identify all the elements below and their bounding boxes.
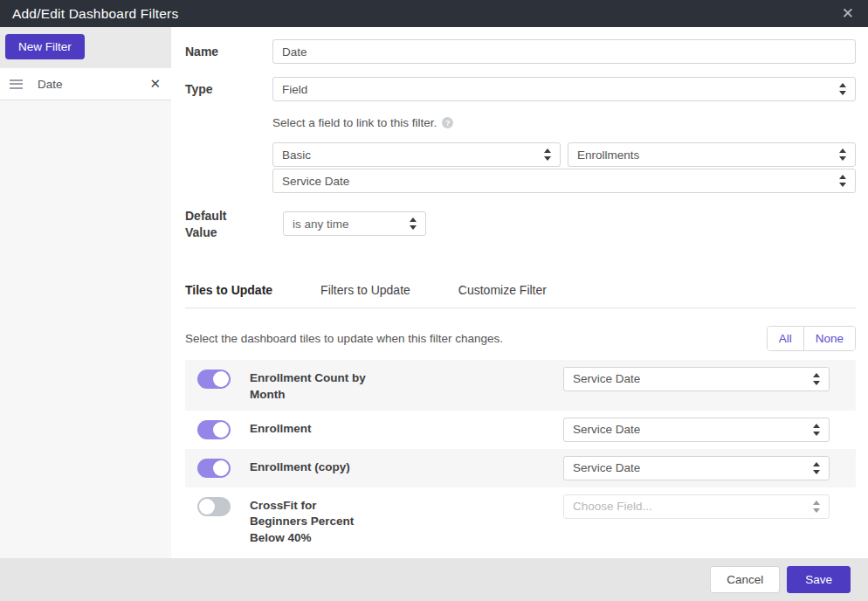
modal-header: Add/Edit Dashboard Filters ✕ (0, 0, 868, 27)
tiles-header: Select the dashboard tiles to update whe… (185, 326, 856, 351)
tile-row-enrollment: Enrollment Service Date (185, 411, 856, 449)
tile-toggle[interactable] (197, 497, 231, 516)
sidebar-top: New Filter (0, 27, 171, 68)
default-value-select[interactable]: is any time (283, 211, 426, 236)
select-none-button[interactable]: None (804, 327, 855, 350)
name-label: Name (185, 39, 272, 64)
tile-field-select[interactable]: Service Date (563, 367, 830, 391)
updown-arrows-icon (544, 149, 551, 161)
tile-row-crossfit-beginners: CrossFit for Beginners Percent Below 40%… (185, 487, 856, 555)
tile-row-enrollment-count-by-month: Enrollment Count by Month Service Date (185, 360, 856, 411)
save-button[interactable]: Save (787, 566, 851, 593)
tile-toggle[interactable] (197, 370, 231, 389)
tab-customize-filter[interactable]: Customize Filter (458, 283, 547, 297)
cancel-button[interactable]: Cancel (710, 566, 780, 593)
type-select[interactable]: Field (272, 77, 856, 101)
sidebar-item-date-filter[interactable]: Date ✕ (0, 68, 171, 100)
modal-title: Add/Edit Dashboard Filters (12, 6, 178, 22)
type-row: Type Field (185, 77, 856, 101)
drag-handle-icon[interactable] (10, 77, 23, 91)
field-category-select[interactable]: Basic (272, 142, 561, 167)
help-icon[interactable]: ? (442, 117, 453, 128)
tab-filters-to-update[interactable]: Filters to Update (320, 283, 410, 297)
tile-field-select[interactable]: Choose Field... (563, 494, 830, 519)
updown-arrows-icon (813, 373, 820, 385)
modal-footer: Cancel Save (0, 558, 868, 601)
updown-arrows-icon (813, 424, 820, 436)
filters-sidebar: New Filter Date ✕ (0, 27, 171, 558)
new-filter-button[interactable]: New Filter (5, 34, 85, 59)
tile-field-select[interactable]: Service Date (563, 456, 830, 480)
tabs: Tiles to Update Filters to Update Custom… (185, 283, 856, 297)
field-select[interactable]: Service Date (272, 169, 856, 193)
tile-row-enrollment-copy: Enrollment (copy) Service Date (185, 449, 856, 487)
updown-arrows-icon (839, 83, 846, 95)
tabs-divider (185, 307, 856, 308)
select-all-button[interactable]: All (768, 327, 804, 350)
updown-arrows-icon (410, 218, 417, 230)
field-hint-row: Select a field to link to this filter. ? (272, 116, 856, 129)
name-row: Name (185, 39, 856, 64)
updown-arrows-icon (839, 149, 846, 161)
tile-name: Enrollment (250, 418, 368, 438)
name-input[interactable] (272, 39, 856, 64)
updown-arrows-icon (813, 462, 820, 474)
default-value-row: Default Value is any time (185, 208, 856, 241)
field-source-select[interactable]: Enrollments (568, 142, 856, 167)
delete-filter-icon[interactable]: ✕ (149, 76, 161, 92)
tile-name: Enrollment Count by Month (250, 367, 368, 404)
filter-form: Name Type Field Select a field to link t… (171, 27, 868, 558)
tile-field-select[interactable]: Service Date (563, 418, 830, 442)
updown-arrows-icon (839, 175, 846, 187)
default-value-label: Default Value (185, 208, 272, 241)
close-icon[interactable]: ✕ (842, 6, 854, 21)
select-all-none-group: All None (767, 326, 856, 351)
filter-item-label: Date (38, 78, 149, 91)
field-link-selects: Basic Enrollments Service Date (272, 142, 856, 193)
modal-body: New Filter Date ✕ Name Type Field (0, 27, 868, 558)
tile-toggle[interactable] (197, 420, 231, 439)
field-hint-text: Select a field to link to this filter. (272, 116, 437, 129)
type-label: Type (185, 77, 272, 101)
add-edit-dashboard-filters-modal: Add/Edit Dashboard Filters ✕ New Filter … (0, 0, 868, 601)
tiles-list: Enrollment Count by Month Service Date E… (185, 360, 856, 554)
tab-tiles-to-update[interactable]: Tiles to Update (185, 283, 272, 297)
tile-toggle[interactable] (197, 459, 231, 478)
tile-name: Enrollment (copy) (250, 456, 368, 476)
tile-name: CrossFit for Beginners Percent Below 40% (250, 494, 368, 548)
updown-arrows-icon (813, 501, 820, 513)
tiles-instruction: Select the dashboard tiles to update whe… (185, 332, 503, 345)
